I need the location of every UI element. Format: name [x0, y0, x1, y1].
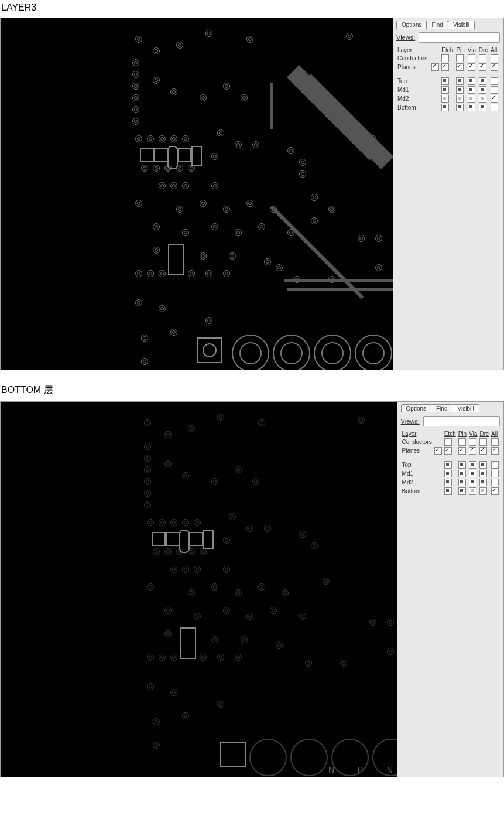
app-frame-layer3: Options Find Visibili Views: Layer Etch …: [0, 18, 504, 370]
cb-conductors-etch[interactable]: [441, 54, 449, 62]
row-md1-label-2: Md1: [401, 469, 433, 478]
row-planes-label-2: Planes: [401, 446, 433, 455]
cb2-planes-all[interactable]: [491, 447, 499, 455]
views-dropdown-2[interactable]: [423, 416, 500, 426]
sq-md1-via[interactable]: [468, 86, 475, 94]
cb2-conductors-all[interactable]: [491, 438, 499, 446]
cb-planes-pin[interactable]: [456, 63, 464, 71]
col-pin-2: Pin: [457, 430, 468, 438]
row-top-label: Top: [396, 77, 430, 86]
row-planes-label: Planes: [396, 63, 430, 71]
sq2-md1-pin[interactable]: [458, 470, 466, 477]
cb-planes-etch[interactable]: [441, 63, 449, 71]
sq2-top-etch[interactable]: [444, 461, 452, 469]
col-layer: Layer: [396, 46, 430, 54]
col-pin: Pin: [455, 46, 466, 54]
sq-md2-via[interactable]: [468, 95, 475, 103]
sq2-top-drc[interactable]: [479, 461, 487, 469]
cb2-md2-all[interactable]: [491, 479, 499, 486]
cb2-planes-master[interactable]: [434, 447, 442, 455]
pcb-canvas-layer3[interactable]: [1, 18, 393, 370]
side-panel-bottom: Options Find Visibili Views: Layer Etch …: [397, 402, 503, 777]
sq2-top-via[interactable]: [469, 461, 476, 469]
sq2-bottom-via[interactable]: [469, 487, 476, 495]
col-layer-2: Layer: [401, 430, 433, 438]
cb-conductors-drc[interactable]: [479, 54, 486, 62]
sq2-md2-drc[interactable]: [479, 479, 487, 486]
cb2-bottom-all[interactable]: [491, 487, 499, 495]
sq-md2-etch[interactable]: [441, 95, 449, 103]
cb-md2-all[interactable]: [491, 95, 498, 103]
views-label: Views:: [396, 34, 415, 41]
cb2-conductors-etch[interactable]: [444, 438, 452, 446]
sq2-md2-via[interactable]: [469, 479, 476, 486]
visibility-grid-2: Layer Etch Pin Via Drc All Conductors Pl…: [401, 430, 500, 496]
tab-find-2[interactable]: Find: [431, 404, 452, 412]
views-label-2: Views:: [401, 418, 420, 425]
cb-top-all[interactable]: [491, 77, 498, 85]
cb2-conductors-pin[interactable]: [458, 438, 466, 446]
cb-conductors-pin[interactable]: [456, 54, 464, 62]
cb-planes-master[interactable]: [431, 63, 439, 71]
row-md2-label-2: Md2: [401, 478, 433, 487]
views-dropdown[interactable]: [419, 32, 500, 43]
col-etch-2: Etch: [443, 430, 457, 438]
cb2-planes-via[interactable]: [469, 447, 476, 455]
pcb-canvas-bottom[interactable]: N P N: [1, 402, 397, 777]
tab-options[interactable]: Options: [396, 21, 427, 29]
sq-top-etch[interactable]: [441, 77, 449, 85]
sq2-md1-drc[interactable]: [479, 470, 487, 477]
cb2-planes-drc[interactable]: [479, 447, 487, 455]
sq2-bottom-drc[interactable]: [479, 487, 487, 495]
sq2-top-pin[interactable]: [458, 461, 466, 469]
sq-md1-etch[interactable]: [441, 86, 449, 94]
col-via: Via: [467, 46, 478, 54]
tab-options-2[interactable]: Options: [401, 404, 431, 412]
sq-md2-drc[interactable]: [479, 95, 486, 103]
sq2-md1-via[interactable]: [469, 470, 476, 477]
row-conductors-label: Conductors: [396, 54, 430, 63]
cb-md1-all[interactable]: [491, 86, 498, 94]
sq-top-via[interactable]: [468, 77, 475, 85]
cb2-conductors-via[interactable]: [469, 438, 476, 446]
row-conductors-label-2: Conductors: [401, 438, 433, 446]
cb-conductors-via[interactable]: [468, 54, 475, 62]
tab-visibility-2[interactable]: Visibili: [452, 404, 479, 412]
tab-find[interactable]: Find: [426, 21, 448, 29]
sq2-md2-etch[interactable]: [444, 479, 452, 486]
cb2-conductors-drc[interactable]: [479, 438, 487, 446]
tab-visibility[interactable]: Visibili: [448, 21, 475, 29]
sq-bottom-etch[interactable]: [441, 104, 449, 111]
col-drc: Drc: [478, 46, 489, 54]
section-title-layer3: LAYER3: [1, 2, 504, 13]
cb2-planes-etch[interactable]: [444, 447, 452, 455]
sq2-bottom-pin[interactable]: [458, 487, 466, 495]
sq-bottom-via[interactable]: [468, 104, 475, 111]
cb-planes-drc[interactable]: [479, 63, 486, 71]
row-bottom-label: Bottom: [396, 103, 430, 112]
sq-bottom-drc[interactable]: [479, 104, 486, 111]
sq-top-pin[interactable]: [456, 77, 464, 85]
cb-planes-all[interactable]: [491, 63, 498, 71]
sq2-bottom-etch[interactable]: [444, 487, 452, 495]
sq-bottom-pin[interactable]: [456, 104, 464, 111]
cb2-md1-all[interactable]: [491, 470, 499, 477]
col-via-2: Via: [468, 430, 478, 438]
sq2-md1-etch[interactable]: [444, 470, 452, 477]
sq-md1-drc[interactable]: [479, 86, 486, 94]
cb-conductors-all[interactable]: [491, 54, 498, 62]
cb2-top-all[interactable]: [491, 461, 499, 469]
sq2-md2-pin[interactable]: [458, 479, 466, 486]
row-md2-label: Md2: [396, 94, 430, 103]
col-etch: Etch: [440, 46, 455, 54]
sq-top-drc[interactable]: [479, 77, 486, 85]
cb2-planes-pin[interactable]: [458, 447, 466, 455]
col-drc-2: Drc: [478, 430, 490, 438]
panel-tabs: Options Find Visibili: [396, 21, 500, 29]
sq-md2-pin[interactable]: [456, 95, 464, 103]
row-top-label-2: Top: [401, 460, 433, 469]
sq-md1-pin[interactable]: [456, 86, 464, 94]
section-title-bottom: BOTTOM 层: [1, 384, 504, 397]
cb-planes-via[interactable]: [468, 63, 475, 71]
cb-bottom-all[interactable]: [491, 104, 498, 111]
